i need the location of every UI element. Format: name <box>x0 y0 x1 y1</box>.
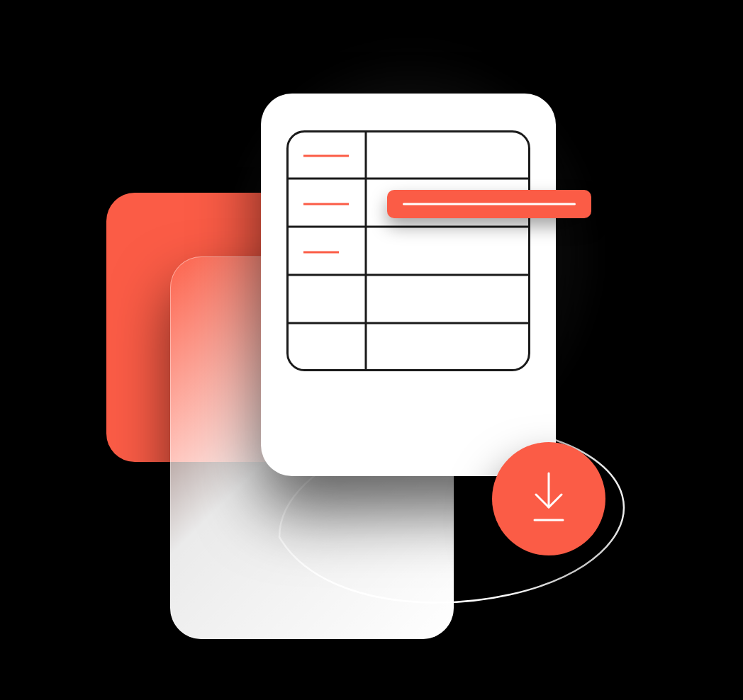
illustration-stage <box>0 0 743 700</box>
download-icon <box>526 470 571 527</box>
document-table-icon <box>286 130 530 371</box>
highlight-bar-icon <box>387 190 591 218</box>
download-button[interactable] <box>492 442 605 555</box>
svg-rect-0 <box>288 132 530 371</box>
document-card <box>261 94 556 476</box>
